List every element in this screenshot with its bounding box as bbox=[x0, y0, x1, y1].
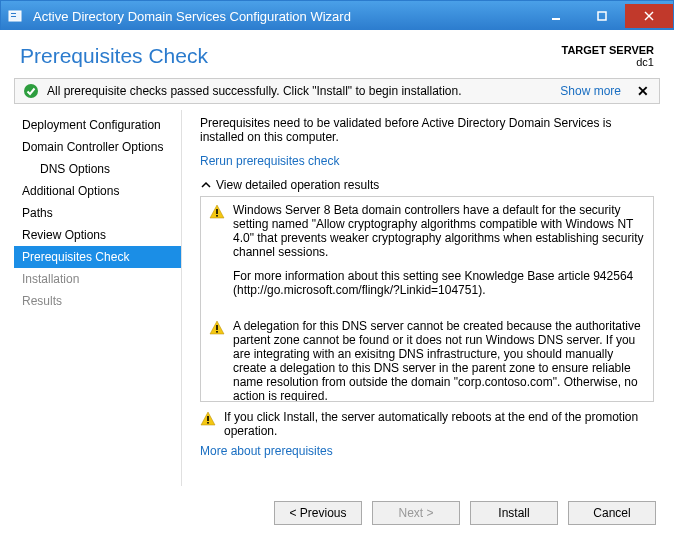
close-button[interactable] bbox=[625, 4, 673, 28]
rerun-prerequisites-link[interactable]: Rerun prerequisites check bbox=[200, 154, 654, 168]
warning-icon bbox=[209, 204, 225, 220]
warning-row: A delegation for this DNS server cannot … bbox=[209, 319, 645, 402]
maximize-button[interactable] bbox=[579, 4, 625, 28]
results-toggle[interactable]: View detailed operation results bbox=[200, 178, 654, 192]
nav-deployment-configuration[interactable]: Deployment Configuration bbox=[14, 114, 181, 136]
svg-rect-12 bbox=[207, 416, 209, 421]
warning-text: For more information about this setting … bbox=[233, 269, 645, 297]
wizard-nav: Deployment Configuration Domain Controll… bbox=[14, 110, 182, 486]
wizard-buttons: < Previous Next > Install Cancel bbox=[274, 501, 656, 525]
status-banner: All prerequisite checks passed successfu… bbox=[14, 78, 660, 104]
success-check-icon bbox=[23, 83, 39, 99]
target-server-label: TARGET SERVER bbox=[562, 44, 655, 56]
app-icon bbox=[7, 7, 25, 25]
previous-button[interactable]: < Previous bbox=[274, 501, 362, 525]
warning-icon bbox=[209, 320, 225, 336]
nav-domain-controller-options[interactable]: Domain Controller Options bbox=[14, 136, 181, 158]
intro-text: Prerequisites need to be validated befor… bbox=[200, 116, 654, 144]
nav-results: Results bbox=[14, 290, 181, 312]
target-server-block: TARGET SERVER dc1 bbox=[562, 44, 655, 68]
svg-point-7 bbox=[24, 84, 38, 98]
warning-text: A delegation for this DNS server cannot … bbox=[233, 319, 645, 402]
chevron-up-icon bbox=[200, 179, 212, 191]
svg-rect-8 bbox=[216, 209, 218, 214]
target-server-value: dc1 bbox=[562, 56, 655, 68]
svg-rect-11 bbox=[216, 331, 218, 333]
warning-text: Windows Server 8 Beta domain controllers… bbox=[233, 203, 645, 259]
warning-icon bbox=[200, 411, 216, 427]
banner-close-icon[interactable]: ✕ bbox=[635, 83, 651, 99]
cancel-button[interactable]: Cancel bbox=[568, 501, 656, 525]
footer-warning-row: If you click Install, the server automat… bbox=[200, 410, 654, 438]
results-box[interactable]: Windows Server 8 Beta domain controllers… bbox=[200, 196, 654, 402]
warning-row: Windows Server 8 Beta domain controllers… bbox=[209, 203, 645, 307]
window-title: Active Directory Domain Services Configu… bbox=[33, 9, 351, 24]
footer-warning-text: If you click Install, the server automat… bbox=[224, 410, 654, 438]
nav-paths[interactable]: Paths bbox=[14, 202, 181, 224]
titlebar[interactable]: Active Directory Domain Services Configu… bbox=[1, 1, 673, 31]
banner-message: All prerequisite checks passed successfu… bbox=[47, 84, 546, 98]
results-header-label: View detailed operation results bbox=[216, 178, 379, 192]
more-about-prerequisites-link[interactable]: More about prerequisites bbox=[200, 444, 654, 458]
minimize-button[interactable] bbox=[533, 4, 579, 28]
nav-dns-options[interactable]: DNS Options bbox=[14, 158, 181, 180]
svg-rect-13 bbox=[207, 422, 209, 424]
main-panel: Prerequisites need to be validated befor… bbox=[186, 110, 660, 486]
svg-rect-1 bbox=[11, 13, 16, 14]
svg-rect-2 bbox=[11, 16, 16, 17]
nav-installation: Installation bbox=[14, 268, 181, 290]
nav-review-options[interactable]: Review Options bbox=[14, 224, 181, 246]
page-title: Prerequisites Check bbox=[20, 44, 562, 68]
nav-additional-options[interactable]: Additional Options bbox=[14, 180, 181, 202]
svg-rect-4 bbox=[598, 12, 606, 20]
svg-rect-10 bbox=[216, 325, 218, 330]
install-button[interactable]: Install bbox=[470, 501, 558, 525]
svg-rect-9 bbox=[216, 215, 218, 217]
page-header: Prerequisites Check TARGET SERVER dc1 bbox=[0, 30, 674, 78]
nav-prerequisites-check[interactable]: Prerequisites Check bbox=[14, 246, 181, 268]
show-more-link[interactable]: Show more bbox=[560, 84, 621, 98]
next-button: Next > bbox=[372, 501, 460, 525]
